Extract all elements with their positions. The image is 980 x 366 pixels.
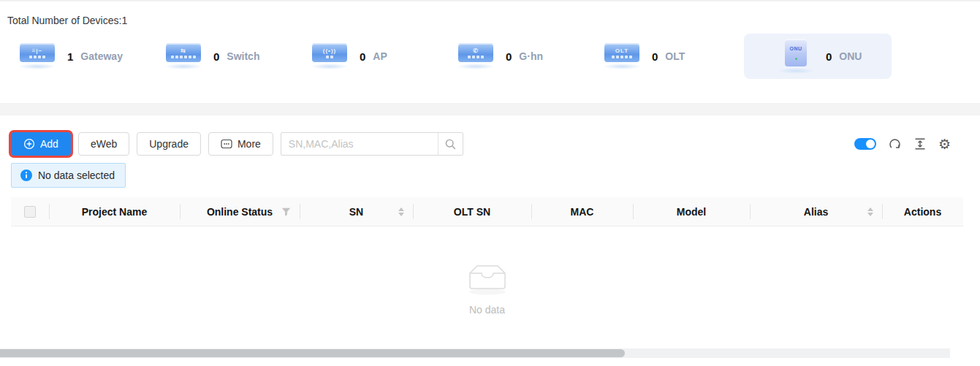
card-list-toggle[interactable] — [854, 138, 876, 150]
device-card-onu-selected[interactable]: ONU 0 ONU — [744, 34, 892, 79]
alert-text: No data selected — [38, 169, 115, 181]
device-list-panel: Add eWeb Upgrade More — [0, 115, 980, 366]
device-card-gateway[interactable]: ≡|− 1 Gateway — [13, 34, 159, 79]
gateway-device-icon: ≡|− — [13, 43, 61, 69]
device-type-row: ≡|− 1 Gateway ⇆ 0 Switch ((•)) 0 — [13, 34, 892, 79]
ap-label: AP — [373, 50, 387, 62]
toolbar-right-icons: ⚙ — [854, 132, 951, 156]
device-card-ap[interactable]: ((•)) 0 AP — [305, 34, 452, 79]
empty-text: No data — [469, 304, 505, 316]
ap-device-icon: ((•)) — [305, 43, 354, 69]
olt-device-icon: OLT — [598, 43, 646, 69]
ghn-device-icon: ✆ — [452, 43, 500, 69]
more-button[interactable]: More — [208, 132, 273, 156]
table-empty-state: No data — [11, 226, 963, 348]
horizontal-scrollbar-thumb[interactable] — [0, 349, 625, 357]
toggle-knob — [866, 140, 875, 148]
device-card-ghn[interactable]: ✆ 0 G·hn — [452, 34, 598, 79]
toolbar: Add eWeb Upgrade More — [11, 132, 980, 156]
ghn-label: G·hn — [519, 50, 543, 62]
column-header-sn[interactable]: SN — [300, 197, 413, 226]
search-icon — [444, 138, 457, 150]
panel-separator — [0, 103, 980, 115]
device-management-page: Total Number of Devices:1 ≡|− 1 Gateway … — [0, 0, 980, 366]
sort-carets-alias-icon[interactable] — [867, 207, 873, 216]
column-header-mac[interactable]: MAC — [531, 197, 633, 226]
search-box — [281, 132, 463, 156]
ghn-count: 0 — [506, 50, 512, 63]
table-header-row: Project Name Online Status SN OLT SN MAC — [11, 197, 963, 226]
olt-count: 0 — [652, 50, 658, 63]
select-all-checkbox[interactable] — [24, 206, 36, 218]
switch-device-icon: ⇆ — [159, 43, 208, 69]
info-icon — [20, 169, 32, 181]
search-button[interactable] — [438, 133, 463, 155]
plus-circle-icon — [23, 138, 35, 150]
device-card-switch[interactable]: ⇆ 0 Switch — [159, 34, 305, 79]
more-button-label: More — [238, 138, 261, 150]
ap-count: 0 — [360, 50, 365, 63]
filter-funnel-icon[interactable] — [281, 207, 291, 216]
switch-label: Switch — [227, 50, 259, 62]
upgrade-button-label: Upgrade — [149, 138, 189, 150]
device-card-olt[interactable]: OLT 0 OLT — [598, 34, 744, 79]
upgrade-button[interactable]: Upgrade — [137, 132, 201, 156]
column-header-online-status[interactable]: Online Status — [180, 197, 300, 226]
gateway-label: Gateway — [80, 50, 123, 62]
column-header-model[interactable]: Model — [633, 197, 750, 226]
row-height-icon[interactable] — [913, 137, 927, 150]
onu-device-icon: ONU — [772, 39, 820, 74]
device-summary-panel: Total Number of Devices:1 ≡|− 1 Gateway … — [0, 1, 980, 103]
column-header-project-name[interactable]: Project Name — [49, 197, 180, 226]
add-button[interactable]: Add — [11, 132, 71, 156]
switch-count: 0 — [213, 50, 219, 63]
select-all-header-cell — [11, 197, 49, 226]
horizontal-scrollbar-track[interactable] — [0, 348, 950, 358]
onu-label: ONU — [839, 50, 862, 62]
column-header-alias[interactable]: Alias — [750, 197, 882, 226]
sort-carets-sn-icon[interactable] — [398, 207, 404, 216]
onu-count: 0 — [826, 50, 832, 63]
total-devices-label: Total Number of Devices:1 — [7, 15, 127, 26]
column-header-actions: Actions — [882, 197, 963, 226]
search-input[interactable] — [281, 133, 438, 155]
more-ellipsis-icon — [221, 139, 232, 149]
refresh-icon[interactable] — [888, 137, 902, 151]
gateway-count: 1 — [67, 50, 73, 63]
no-data-selected-alert: No data selected — [11, 163, 126, 188]
eweb-button-label: eWeb — [91, 138, 117, 150]
empty-box-icon — [461, 260, 514, 298]
settings-gear-icon[interactable]: ⚙ — [938, 137, 951, 151]
eweb-button[interactable]: eWeb — [78, 132, 129, 156]
add-button-label: Add — [40, 138, 58, 150]
column-header-olt-sn[interactable]: OLT SN — [413, 197, 531, 226]
olt-label: OLT — [665, 50, 685, 62]
